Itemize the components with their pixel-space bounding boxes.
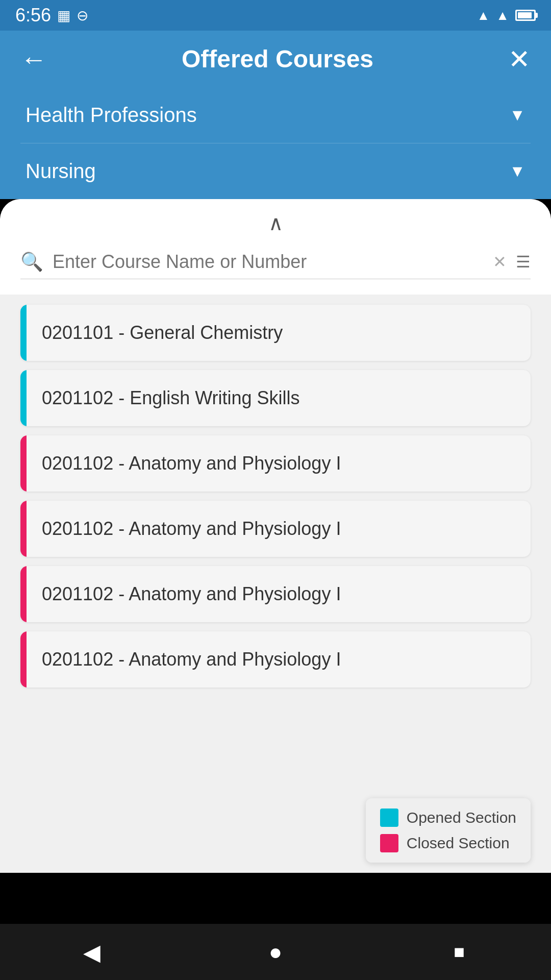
course-list-item[interactable]: 0201102 - English Writing Skills — [20, 370, 531, 426]
course-accent-bar — [20, 435, 27, 492]
department-label: Health Professions — [26, 104, 197, 127]
status-left-icons: 6:56 — [15, 5, 88, 26]
course-list-item[interactable]: 0201101 - General Chemistry — [20, 305, 531, 361]
sim-icon — [57, 7, 70, 24]
legend-opened: Opened Section — [380, 808, 516, 827]
search-icon: 🔍 — [20, 251, 43, 273]
course-list: 0201101 - General Chemistry 0201102 - En… — [0, 295, 551, 698]
circle-icon — [77, 7, 88, 24]
course-title: 0201102 - English Writing Skills — [27, 370, 315, 426]
course-type-chevron-icon: ▼ — [509, 162, 525, 181]
course-accent-bar — [20, 305, 27, 361]
search-container: 🔍 ✕ ☰ — [0, 245, 551, 295]
nav-recents-button[interactable] — [439, 932, 480, 972]
filter-section: Health Professions ▼ Nursing ▼ — [0, 87, 551, 199]
nav-bar — [0, 924, 551, 980]
main-content: ∧ 🔍 ✕ ☰ 0201101 - General Chemistry 0201… — [0, 199, 551, 873]
course-title: 0201101 - General Chemistry — [27, 305, 298, 361]
clear-search-button[interactable]: ✕ — [493, 252, 507, 272]
course-accent-bar — [20, 370, 27, 426]
battery-icon — [515, 10, 536, 21]
search-input[interactable] — [53, 251, 484, 273]
course-list-item[interactable]: 0201102 - Anatomy and Physiology I — [20, 435, 531, 492]
course-list-item[interactable]: 0201102 - Anatomy and Physiology I — [20, 566, 531, 622]
course-title: 0201102 - Anatomy and Physiology I — [27, 501, 356, 557]
course-type-dropdown[interactable]: Nursing ▼ — [20, 143, 531, 199]
wifi-icon — [477, 7, 490, 23]
course-accent-bar — [20, 631, 27, 688]
closed-section-label: Closed Section — [407, 835, 510, 852]
search-bar: 🔍 ✕ ☰ — [20, 245, 531, 279]
course-list-item[interactable]: 0201102 - Anatomy and Physiology I — [20, 631, 531, 688]
page-title: Offered Courses — [182, 45, 373, 73]
status-bar: 6:56 — [0, 0, 551, 31]
course-list-item[interactable]: 0201102 - Anatomy and Physiology I — [20, 501, 531, 557]
app-header: ← Offered Courses ✕ — [0, 31, 551, 87]
course-title: 0201102 - Anatomy and Physiology I — [27, 566, 356, 622]
course-accent-bar — [20, 566, 27, 622]
status-time: 6:56 — [15, 5, 51, 26]
close-button[interactable]: ✕ — [508, 46, 531, 72]
course-accent-bar — [20, 501, 27, 557]
course-title: 0201102 - Anatomy and Physiology I — [27, 631, 356, 688]
nav-back-button[interactable] — [71, 932, 112, 972]
signal-icon — [496, 7, 509, 23]
course-title: 0201102 - Anatomy and Physiology I — [27, 435, 356, 492]
filter-icon[interactable]: ☰ — [516, 252, 531, 272]
department-dropdown[interactable]: Health Professions ▼ — [20, 87, 531, 143]
department-chevron-icon: ▼ — [509, 106, 525, 125]
collapse-chevron-icon: ∧ — [268, 211, 283, 235]
legend-closed: Closed Section — [380, 834, 516, 852]
nav-home-button[interactable] — [255, 932, 296, 972]
legend-popup: Opened Section Closed Section — [366, 798, 531, 863]
status-right-icons — [477, 7, 536, 23]
opened-color-swatch — [380, 808, 398, 827]
opened-section-label: Opened Section — [407, 809, 516, 826]
back-button[interactable]: ← — [20, 46, 47, 72]
closed-color-swatch — [380, 834, 398, 852]
course-type-label: Nursing — [26, 160, 96, 183]
collapse-handle[interactable]: ∧ — [0, 199, 551, 245]
